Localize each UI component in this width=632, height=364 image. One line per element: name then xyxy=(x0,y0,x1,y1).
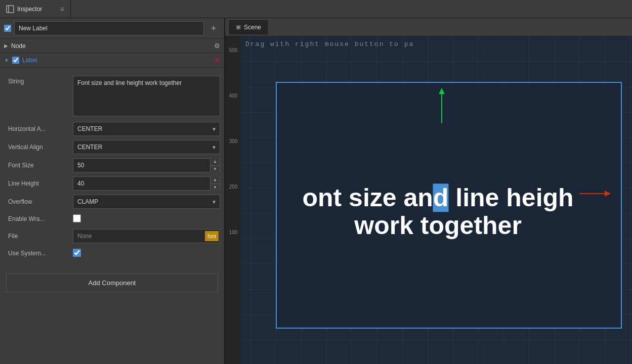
file-font-badge[interactable]: font xyxy=(205,231,219,241)
node-section-header[interactable]: ▶ Node ⚙ xyxy=(0,39,224,53)
green-y-axis-arrow[interactable] xyxy=(439,88,445,123)
line-height-row: Line Height ▲ ▼ xyxy=(0,174,224,193)
use-system-control xyxy=(73,249,220,258)
red-arrow-head xyxy=(605,191,611,197)
string-textarea[interactable]: Font size and line height work together xyxy=(73,76,220,116)
right-panel: ▣ Scene 500 400 300 200 100 Drag with ri… xyxy=(225,18,632,364)
line-height-label: Line Height xyxy=(8,180,69,187)
font-size-spinners: ▲ ▼ xyxy=(210,158,220,172)
node-box[interactable]: ont size and line heigh work together xyxy=(276,82,622,329)
add-component-button[interactable]: Add Component xyxy=(6,274,218,292)
y-ruler-300: 300 xyxy=(229,139,238,144)
font-size-increment[interactable]: ▲ xyxy=(210,158,220,166)
file-control: None font xyxy=(73,229,220,243)
scene-tabs: ▣ Scene xyxy=(225,18,632,36)
inspector-icon xyxy=(6,5,14,13)
font-size-control: ▲ ▼ xyxy=(73,158,220,172)
y-ruler-500: 500 xyxy=(229,48,238,53)
font-size-decrement[interactable]: ▼ xyxy=(210,166,220,173)
line-height-increment[interactable]: ▲ xyxy=(210,176,220,184)
node-enabled-checkbox[interactable] xyxy=(4,25,11,32)
vertical-align-row: Vertical Align CENTER TOP BOTTOM FILL ▼ xyxy=(0,138,224,156)
horizontal-align-row: Horizontal A... CENTER LEFT RIGHT FILL ▼ xyxy=(0,120,224,138)
string-property-row: String Font size and line height work to… xyxy=(0,72,224,120)
node-name-row: + xyxy=(0,18,224,39)
canvas-area: ont size and line heigh work together xyxy=(245,52,627,359)
properties-area: String Font size and line height work to… xyxy=(0,68,224,265)
line-height-decrement[interactable]: ▼ xyxy=(210,184,220,191)
label-enabled-checkbox[interactable] xyxy=(12,57,19,64)
inspector-tab[interactable]: Inspector ≡ xyxy=(0,0,71,18)
y-ruler-100: 100 xyxy=(229,230,238,235)
horizontal-align-control: CENTER LEFT RIGHT FILL ▼ xyxy=(73,122,220,136)
label-text-line1-after: line heigh xyxy=(448,184,573,212)
y-ruler: 500 400 300 200 100 xyxy=(225,36,241,364)
font-size-label: Font Size xyxy=(8,162,69,169)
scene-viewport[interactable]: 500 400 300 200 100 Drag with right mous… xyxy=(225,36,632,364)
vertical-align-select[interactable]: CENTER TOP BOTTOM FILL xyxy=(73,141,220,154)
line-height-input[interactable] xyxy=(73,177,210,190)
label-section-header: ▼ Label ✕ xyxy=(0,53,224,68)
font-size-row: Font Size ▲ ▼ xyxy=(0,156,224,174)
add-node-button[interactable]: + xyxy=(207,22,220,35)
node-section-title: Node xyxy=(11,42,26,50)
node-name-input[interactable] xyxy=(14,21,204,35)
label-section-title: Label xyxy=(22,57,37,64)
left-panel: + ▶ Node ⚙ ▼ Label ✕ String Font size an… xyxy=(0,18,225,364)
horizontal-align-label: Horizontal A... xyxy=(8,125,69,132)
file-none-text: None xyxy=(73,233,205,240)
use-system-label: Use System... xyxy=(8,250,69,257)
label-text-display: ont size and line heigh work together xyxy=(302,184,573,240)
enable-wrap-checkbox[interactable] xyxy=(73,214,81,222)
file-label: File xyxy=(8,233,69,240)
vertical-align-control: CENTER TOP BOTTOM FILL ▼ xyxy=(73,140,220,154)
label-text-line1: ont size and line heigh xyxy=(302,184,573,212)
string-control: Font size and line height work together xyxy=(73,76,220,118)
enable-wrap-row: Enable Wra... xyxy=(0,211,224,227)
main-content: + ▶ Node ⚙ ▼ Label ✕ String Font size an… xyxy=(0,18,632,364)
scene-tab[interactable]: ▣ Scene xyxy=(229,20,268,34)
use-system-checkbox[interactable] xyxy=(73,249,81,257)
red-x-axis-arrow[interactable] xyxy=(579,191,611,197)
scene-tab-icon: ▣ xyxy=(236,24,241,30)
node-section-arrow: ▶ xyxy=(4,43,8,49)
overflow-row: Overflow CLAMP CLIP EXPAND ▼ xyxy=(0,193,224,211)
label-section-arrow[interactable]: ▼ xyxy=(4,58,9,63)
inspector-tab-menu-icon[interactable]: ≡ xyxy=(60,5,64,13)
red-arrow-line xyxy=(579,193,605,194)
file-row: File None font xyxy=(0,227,224,245)
overflow-control: CLAMP CLIP EXPAND ▼ xyxy=(73,195,220,209)
vertical-align-label: Vertical Align xyxy=(8,144,69,151)
label-text-highlighted-char: d xyxy=(433,184,449,212)
node-section-gear-icon[interactable]: ⚙ xyxy=(214,42,220,50)
font-size-input[interactable] xyxy=(73,159,210,172)
label-section-close-icon[interactable]: ✕ xyxy=(214,56,220,64)
line-height-control: ▲ ▼ xyxy=(73,176,220,191)
enable-wrap-label: Enable Wra... xyxy=(8,215,69,222)
y-ruler-200: 200 xyxy=(229,184,238,190)
green-arrow-line xyxy=(441,93,442,123)
label-text-line2: work together xyxy=(302,212,573,240)
overflow-select[interactable]: CLAMP CLIP EXPAND xyxy=(73,195,220,208)
drag-hint: Drag with right mouse button to pa xyxy=(245,40,414,48)
use-system-row: Use System... xyxy=(0,245,224,261)
svg-rect-0 xyxy=(7,6,14,13)
enable-wrap-control xyxy=(73,214,220,224)
line-height-spinners: ▲ ▼ xyxy=(210,176,220,191)
overflow-label: Overflow xyxy=(8,198,69,205)
scene-tab-label: Scene xyxy=(244,24,261,31)
top-tab-bar: Inspector ≡ xyxy=(0,0,632,18)
string-label: String xyxy=(8,76,69,85)
y-ruler-400: 400 xyxy=(229,93,238,99)
inspector-tab-label: Inspector xyxy=(17,6,42,13)
label-text-line1-before: ont size an xyxy=(302,184,433,212)
horizontal-align-select[interactable]: CENTER LEFT RIGHT FILL xyxy=(73,122,220,135)
